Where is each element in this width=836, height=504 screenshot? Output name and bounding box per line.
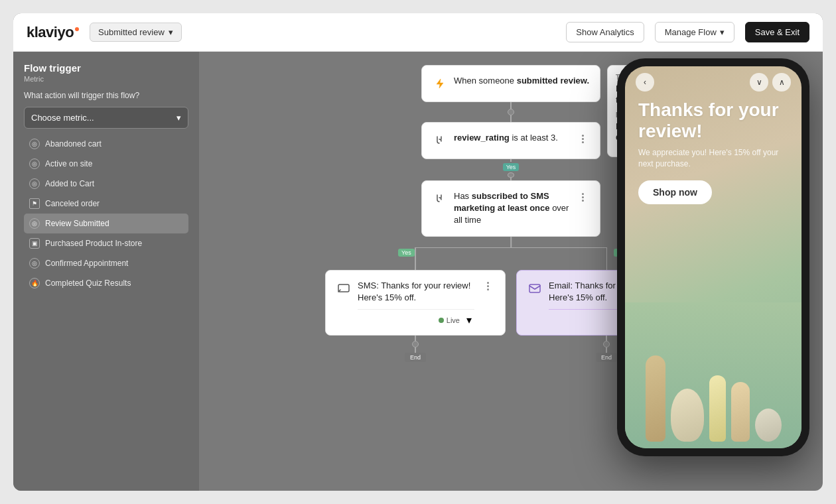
dropdown-placeholder: Choose metric... bbox=[31, 113, 94, 123]
flow-name-button[interactable]: Submitted review ▾ bbox=[90, 23, 182, 42]
sidebar-item-abandoned-cart[interactable]: ◎ Abandoned cart bbox=[24, 134, 188, 154]
split-horiz-line bbox=[415, 247, 607, 249]
sms-live-status: Live bbox=[439, 316, 460, 324]
branch-icon-2 bbox=[433, 192, 447, 206]
metric-list: ◎ Abandoned cart ◎ Active on site ◎ Adde… bbox=[24, 134, 188, 293]
sms-node[interactable]: SMS: Thanks for your review! Here's 15% … bbox=[325, 270, 506, 336]
logo-text: klaviyo bbox=[27, 24, 74, 41]
flame-icon: 🔥 bbox=[29, 278, 40, 288]
phone-screen: ‹ ∨ ∧ Thanks for your review! We appreci… bbox=[625, 66, 801, 448]
yes-label-sms: Yes bbox=[398, 249, 415, 257]
phone-top-section: Thanks for your review! We appreciate yo… bbox=[625, 66, 801, 302]
metric-label-7: Confirmed Appointment bbox=[45, 259, 128, 268]
phone-content: ‹ ∨ ∧ Thanks for your review! We appreci… bbox=[625, 66, 801, 448]
sms-end-node: End bbox=[405, 353, 426, 362]
phone-nav: ‹ ∨ ∧ bbox=[625, 73, 801, 92]
email-end-node: End bbox=[596, 353, 617, 362]
manage-flow-button[interactable]: Manage Flow ▾ bbox=[655, 22, 734, 42]
phone-products bbox=[625, 302, 801, 448]
sms-node-content: SMS: Thanks for your review! Here's 15% … bbox=[358, 280, 474, 326]
show-analytics-label: Show Analytics bbox=[576, 27, 634, 37]
sidebar: Flow trigger Metric What action will tri… bbox=[13, 52, 199, 491]
sms-live-label: Live bbox=[447, 316, 460, 324]
flow-name-label: Submitted review bbox=[98, 27, 165, 37]
bottle-3 bbox=[709, 375, 726, 442]
app-logo: klaviyo bbox=[27, 24, 79, 41]
condition-node-menu[interactable] bbox=[576, 132, 589, 145]
phone-cta-label: Shop now bbox=[653, 187, 697, 198]
sms-node-text: SMS: Thanks for your review! Here's 15% … bbox=[358, 280, 474, 304]
logo-dot bbox=[75, 27, 79, 31]
phone-back-button[interactable]: ‹ bbox=[636, 73, 654, 92]
sidebar-item-purchased-product[interactable]: ▣ Purchased Product In-store bbox=[24, 233, 188, 253]
sidebar-item-active-on-site[interactable]: ◎ Active on site bbox=[24, 154, 188, 174]
line-2 bbox=[510, 115, 512, 122]
flow-canvas: When someone submitted review. Trigger P… bbox=[199, 52, 823, 491]
sms-node-status: Live ▾ bbox=[358, 309, 474, 326]
metric-label-6: Purchased Product In-store bbox=[45, 239, 142, 248]
sidebar-subtitle: Metric bbox=[24, 75, 188, 83]
metric-label-5: Review Submitted bbox=[45, 219, 109, 228]
sms-condition-node[interactable]: Has subscribed to SMS marketing at least… bbox=[421, 180, 600, 237]
bolt-icon bbox=[433, 76, 447, 91]
sidebar-item-review-submitted[interactable]: ◎ Review Submitted bbox=[24, 214, 188, 233]
sms-status-chevron[interactable]: ▾ bbox=[464, 315, 474, 326]
trigger-node-text: When someone submitted review. bbox=[454, 75, 589, 87]
save-exit-label: Save & Exit bbox=[755, 27, 800, 37]
condition-node[interactable]: review_rating is at least 3. bbox=[421, 122, 600, 159]
yes-label-1: Yes bbox=[503, 163, 520, 171]
metric-dropdown[interactable]: Choose metric... ▾ bbox=[24, 107, 188, 129]
sms-condition-menu[interactable] bbox=[576, 190, 589, 204]
show-analytics-button[interactable]: Show Analytics bbox=[566, 22, 644, 42]
sidebar-item-completed-quiz[interactable]: 🔥 Completed Quiz Results bbox=[24, 273, 188, 293]
trigger-node[interactable]: When someone submitted review. bbox=[421, 65, 600, 102]
bottle-4 bbox=[731, 382, 750, 442]
sidebar-item-added-to-cart[interactable]: ◎ Added to Cart bbox=[24, 174, 188, 194]
line-3 bbox=[510, 159, 512, 162]
connector-2: Yes bbox=[503, 159, 520, 180]
sms-condition-content: Has subscribed to SMS marketing at least… bbox=[454, 190, 569, 227]
sidebar-title: Flow trigger bbox=[24, 62, 188, 74]
chevron-down-icon-manage: ▾ bbox=[720, 27, 725, 37]
target-icon: ◎ bbox=[29, 139, 40, 149]
manage-flow-label: Manage Flow bbox=[665, 27, 717, 37]
target-icon-3: ◎ bbox=[29, 178, 40, 189]
sms-node-wrapper: SMS: Thanks for your review! Here's 15% … bbox=[325, 270, 506, 362]
sidebar-item-canceled-order[interactable]: ⚑ Canceled order bbox=[24, 194, 188, 214]
bottle-2 bbox=[671, 389, 704, 442]
sms-node-menu[interactable] bbox=[481, 280, 494, 293]
phone-cta-button[interactable]: Shop now bbox=[638, 180, 712, 204]
save-exit-button[interactable]: Save & Exit bbox=[745, 22, 809, 42]
bottle-1 bbox=[646, 355, 665, 442]
phone-nav-up[interactable]: ∧ bbox=[772, 73, 791, 92]
sms-icon bbox=[336, 281, 351, 296]
content-area: Flow trigger Metric What action will tri… bbox=[13, 52, 823, 491]
sidebar-item-confirmed-appointment[interactable]: ◎ Confirmed Appointment bbox=[24, 253, 188, 273]
split-line-left bbox=[415, 247, 416, 270]
sms-condition-wrapper: Has subscribed to SMS marketing at least… bbox=[421, 180, 600, 237]
target-icon-5: ◎ bbox=[29, 258, 40, 269]
condition-node-wrapper: review_rating is at least 3. bbox=[421, 122, 600, 159]
metric-label-8: Completed Quiz Results bbox=[45, 279, 131, 288]
target-icon-2: ◎ bbox=[29, 158, 40, 169]
phone-nav-right: ∨ ∧ bbox=[750, 73, 791, 92]
main-app-container: klaviyo Submitted review ▾ Show Analytic… bbox=[13, 13, 823, 491]
sms-live-dot bbox=[439, 318, 444, 323]
connector-1 bbox=[508, 102, 514, 122]
split-line-right bbox=[606, 247, 608, 270]
box-icon: ▣ bbox=[29, 238, 40, 249]
sidebar-question: What action will trigger this flow? bbox=[24, 91, 188, 100]
phone-heading: Thanks for your review! bbox=[638, 99, 788, 142]
metric-label: Abandoned cart bbox=[45, 139, 102, 149]
email-icon bbox=[527, 281, 542, 296]
chevron-down-icon-dropdown: ▾ bbox=[176, 113, 181, 123]
phone-nav-down[interactable]: ∨ bbox=[750, 73, 768, 92]
phone-mockup: ‹ ∨ ∧ Thanks for your review! We appreci… bbox=[617, 58, 809, 456]
phone-subtext: We appreciate you! Here's 15% off your n… bbox=[638, 147, 788, 170]
metric-label-3: Added to Cart bbox=[45, 179, 94, 188]
split-line-top bbox=[510, 237, 512, 247]
chevron-down-icon: ▾ bbox=[169, 27, 173, 37]
condition-node-text: review_rating is at least 3. bbox=[454, 132, 569, 144]
circle-2 bbox=[508, 172, 514, 178]
line-1 bbox=[510, 102, 512, 109]
